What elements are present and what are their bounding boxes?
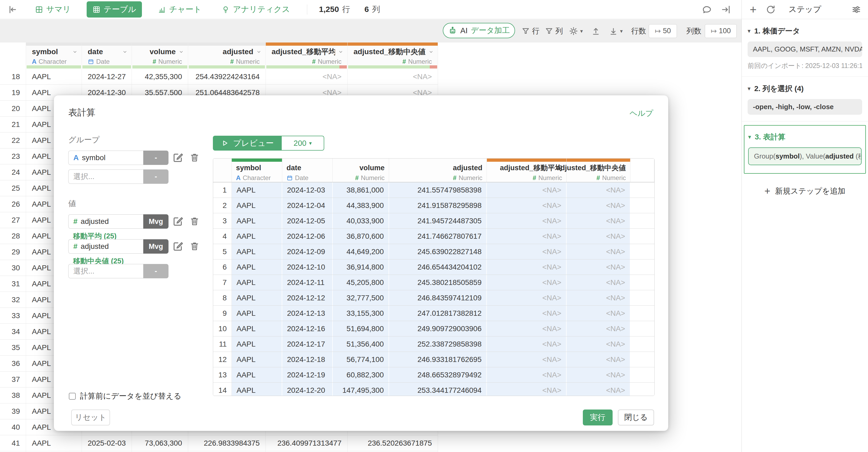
group-suffix-button[interactable]: -: [143, 169, 168, 184]
preview-table-cell: 2024-12-04: [282, 198, 333, 213]
table-header-corner: [0, 42, 26, 65]
table-cell: <NA>: [266, 69, 348, 85]
preview-table-row: 7AAPL2024-12-1145,205,800245.38021850585…: [213, 275, 654, 290]
sort-before-calc-checkbox[interactable]: [69, 393, 76, 400]
collapse-arrow-icon[interactable]: ▾: [748, 85, 750, 92]
upload-button[interactable]: [591, 20, 600, 42]
preview-row-filler: [630, 275, 654, 290]
preview-button[interactable]: プレビュー: [213, 136, 282, 151]
preview-table-cell: 12: [213, 352, 232, 367]
collapse-arrow-icon[interactable]: ▾: [748, 134, 751, 140]
column-header-date[interactable]: dateDate: [82, 42, 132, 65]
table-cell: 23: [0, 149, 26, 164]
preview-table-row: 8AAPL2024-12-1232,777,500246.84359741210…: [213, 290, 654, 306]
reset-button[interactable]: リセット: [71, 410, 110, 425]
preview-header-corner: [213, 159, 232, 182]
edit-icon[interactable]: [173, 216, 184, 227]
numeric-type-icon: #: [230, 58, 234, 65]
preview-table-cell: 2024-12-06: [282, 229, 333, 244]
row-limit-input[interactable]: ↦ 50: [649, 20, 677, 42]
preview-table-row: 11AAPL2024-12-1751,356,400252.3387298583…: [213, 336, 654, 352]
tab-summary[interactable]: サマリ: [31, 2, 75, 17]
date-type-icon: [286, 175, 293, 181]
trash-icon[interactable]: [189, 153, 199, 163]
step-item-1[interactable]: ▾ 1. 株価データ AAPL, GOOG, MSFT, AMZN, NVDA …: [742, 19, 868, 77]
preview-table-cell: AAPL: [232, 336, 282, 352]
run-button[interactable]: 実行: [583, 410, 613, 425]
column-header-adjusted_移動中央値[interactable]: adjusted_移動中央値#Numeric: [348, 42, 438, 65]
preview-limit-dropdown[interactable]: 200 ▾: [282, 136, 324, 151]
close-button[interactable]: 閉じる: [618, 410, 654, 425]
preview-table-cell: <NA>: [487, 259, 567, 275]
step-summary-pill[interactable]: -open, -high, -low, -close: [748, 99, 862, 115]
preview-table-cell: 249.909729003906: [389, 321, 487, 336]
value-field-adjusted-1[interactable]: # adjusted Mvg: [68, 214, 168, 229]
collapse-arrow-icon[interactable]: ▾: [748, 28, 750, 35]
step-summary-pill-parts[interactable]: Group(symbol), Value(adjusted (移…: [748, 148, 862, 165]
add-step-icon[interactable]: +: [750, 4, 757, 15]
preview-table-cell: 2: [213, 198, 232, 213]
group-field-symbol[interactable]: A symbol -: [68, 151, 168, 165]
value-field-empty[interactable]: 選択... -: [68, 264, 168, 278]
dialog-title: 表計算: [68, 106, 95, 119]
table-cell: 36: [0, 356, 26, 372]
preview-table-row: 5AAPL2024-12-0944,649,200245.63902282714…: [213, 244, 654, 259]
collapse-left-icon[interactable]: [7, 4, 18, 15]
preview-table-row: 13AAPL2024-12-1960,882,300248.6653289794…: [213, 367, 654, 383]
value-suffix-button[interactable]: -: [143, 264, 168, 278]
tab-label: チャート: [169, 4, 202, 15]
trash-icon[interactable]: [189, 216, 199, 226]
filter-rows-button[interactable]: 行: [521, 20, 539, 42]
column-header-adjusted[interactable]: adjusted#Numeric: [188, 42, 266, 65]
tab-table[interactable]: テーブル: [87, 1, 142, 18]
help-link[interactable]: ヘルプ: [630, 108, 653, 119]
comment-bubble-icon[interactable]: [702, 4, 712, 14]
column-menu-chevron-icon[interactable]: [178, 49, 184, 55]
sliders-icon[interactable]: [851, 5, 861, 14]
aggregate-function-button[interactable]: Mvg: [143, 239, 168, 254]
tab-analytics[interactable]: アナリティクス: [217, 2, 294, 17]
col-limit-input[interactable]: ↦ 100: [705, 20, 737, 42]
step-label: 2. 列を選択 (4): [754, 84, 804, 94]
step-item-3-active[interactable]: ▾ 3. 表計算 Group(symbol), Value(adjusted (…: [744, 125, 866, 174]
preview-column-header-symbol: symbolACharacter: [232, 159, 282, 182]
ai-data-wrangling-button[interactable]: AI データ加工: [443, 23, 515, 38]
step-summary-pill[interactable]: AAPL, GOOG, MSFT, AMZN, NVDA: [748, 41, 862, 57]
column-menu-chevron-icon[interactable]: [256, 49, 262, 55]
preview-table-cell: <NA>: [487, 336, 567, 352]
preview-column-header-adjusted_移動中央値: adjusted_移動中央値#Numeric: [567, 159, 630, 182]
preview-table-row: 3AAPL2024-12-0540,033,900241.94572448730…: [213, 213, 654, 229]
edit-icon[interactable]: [173, 152, 184, 163]
preview-row-filler: [630, 229, 654, 244]
preview-table-cell: 45,205,800: [333, 275, 389, 290]
column-header-symbol[interactable]: symbolACharacter: [26, 42, 82, 65]
edit-icon[interactable]: [173, 240, 184, 252]
column-menu-chevron-icon[interactable]: [122, 49, 128, 55]
ai-button-label: データ加工: [471, 25, 510, 36]
column-menu-chevron-icon[interactable]: [338, 49, 344, 55]
preview-table-cell: 246.843597412109: [389, 290, 487, 305]
group-suffix-button[interactable]: -: [143, 151, 168, 165]
tab-label: アナリティクス: [233, 4, 290, 15]
step-item-2[interactable]: ▾ 2. 列を選択 (4) -open, -high, -low, -close: [742, 77, 868, 121]
collapse-right-icon[interactable]: [721, 4, 731, 14]
column-header-adjusted_移動平均[interactable]: adjusted_移動平均#Numeric: [266, 42, 348, 65]
column-header-volume[interactable]: volume#Numeric: [132, 42, 188, 65]
add-new-step-button[interactable]: + 新規ステップを追加: [742, 185, 868, 197]
tab-chart[interactable]: チャート: [154, 2, 206, 17]
refresh-icon[interactable]: [766, 4, 776, 14]
preview-table-cell: 4: [213, 229, 232, 244]
preview-table-cell: 3: [213, 213, 232, 228]
aggregate-function-button[interactable]: Mvg: [143, 214, 168, 229]
column-strip: [266, 42, 347, 46]
column-menu-chevron-icon[interactable]: [72, 49, 78, 55]
numeric-type-icon: #: [402, 58, 406, 65]
value-field-adjusted-2[interactable]: # adjusted Mvg: [68, 239, 168, 254]
filter-columns-button[interactable]: 列: [545, 20, 563, 42]
preview-row-filler: [630, 198, 654, 213]
group-field-empty[interactable]: 選択... -: [68, 169, 168, 184]
column-menu-chevron-icon[interactable]: [428, 49, 434, 55]
trash-icon[interactable]: [189, 241, 199, 251]
table-settings-button[interactable]: ▾: [569, 20, 583, 42]
download-button[interactable]: ▾: [609, 20, 623, 42]
